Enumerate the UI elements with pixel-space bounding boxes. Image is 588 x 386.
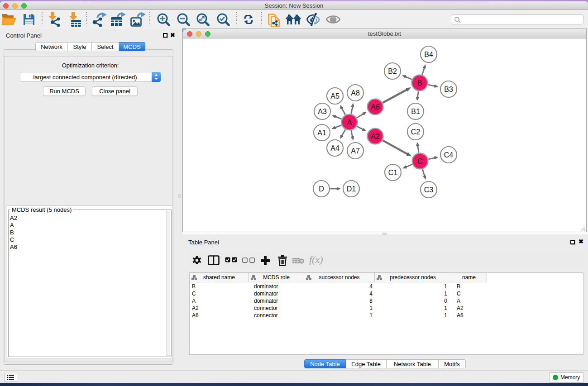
svg-text:A2: A2 (371, 133, 380, 140)
svg-text:D1: D1 (347, 185, 356, 193)
svg-text:A3: A3 (318, 108, 327, 115)
svg-text:B3: B3 (444, 86, 453, 93)
svg-text:A4: A4 (330, 144, 339, 152)
svg-text:A: A (347, 119, 352, 126)
svg-text:C: C (417, 157, 423, 165)
svg-text:C1: C1 (388, 169, 398, 176)
svg-text:C4: C4 (444, 151, 454, 159)
svg-text:A7: A7 (351, 147, 360, 155)
svg-text:A1: A1 (317, 129, 326, 137)
svg-text:C2: C2 (411, 128, 421, 136)
svg-text:A6: A6 (371, 103, 380, 111)
svg-text:B4: B4 (424, 51, 433, 58)
svg-text:C3: C3 (424, 186, 434, 194)
svg-text:B: B (417, 79, 422, 87)
svg-text:B2: B2 (388, 67, 397, 75)
svg-text:A5: A5 (330, 92, 339, 100)
svg-text:A8: A8 (351, 89, 360, 97)
svg-text:D: D (319, 185, 324, 193)
svg-text:B1: B1 (411, 108, 420, 115)
